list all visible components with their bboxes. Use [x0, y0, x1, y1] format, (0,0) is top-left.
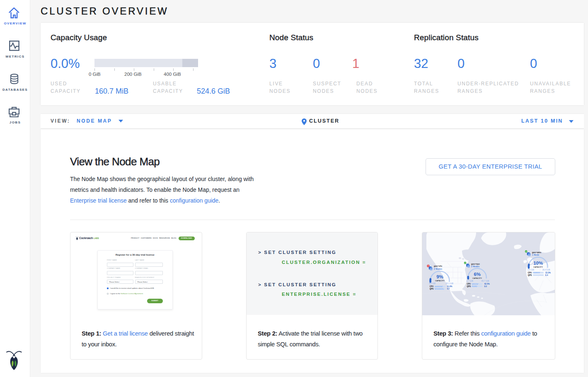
svg-text:10%: 10% — [533, 261, 543, 266]
svg-text:9%: 9% — [436, 274, 443, 279]
svg-text:0.4: 0.4 — [545, 274, 548, 276]
svg-text:geo=ams: geo=ams — [532, 251, 541, 254]
svg-text:3.2 GiB: 3.2 GiB — [429, 283, 436, 285]
svg-text:4.7: 4.7 — [447, 288, 450, 290]
svg-text:CPU: CPU — [467, 283, 471, 285]
svg-text:CAPACITY: CAPACITY — [472, 277, 482, 279]
svg-text:QPS: QPS — [528, 274, 532, 276]
svg-text:geo=nyc: geo=nyc — [471, 263, 480, 265]
svg-text:2 Nodes: 2 Nodes — [471, 266, 479, 268]
svg-text:CPU: CPU — [430, 285, 434, 288]
svg-text:35.1 GiB: 35.1 GiB — [445, 283, 453, 285]
svg-text:13.3%: 13.3% — [545, 272, 551, 274]
svg-text:1 Node: 1 Node — [532, 254, 539, 256]
svg-text:11.0%: 11.0% — [447, 285, 452, 288]
svg-text:CPU: CPU — [528, 272, 532, 274]
svg-text:CAPACITY: CAPACITY — [435, 280, 445, 282]
svg-text:3.6 GiB: 3.6 GiB — [528, 269, 534, 271]
svg-text:42.5%: 42.5% — [484, 283, 490, 285]
svg-text:QPS: QPS — [467, 285, 471, 288]
svg-text:3.7 GiB: 3.7 GiB — [467, 280, 473, 282]
svg-text:geo=sfo: geo=sfo — [434, 265, 442, 267]
svg-text:6%: 6% — [474, 272, 481, 277]
svg-text:0.0: 0.0 — [484, 285, 487, 288]
svg-text:36.4 GiB: 36.4 GiB — [542, 269, 550, 271]
svg-text:2 Nodes: 2 Nodes — [434, 268, 442, 270]
svg-text:CAPACITY: CAPACITY — [533, 266, 543, 268]
svg-text:45.7 GiB: 45.7 GiB — [482, 280, 489, 282]
svg-text:QPS: QPS — [430, 288, 434, 290]
